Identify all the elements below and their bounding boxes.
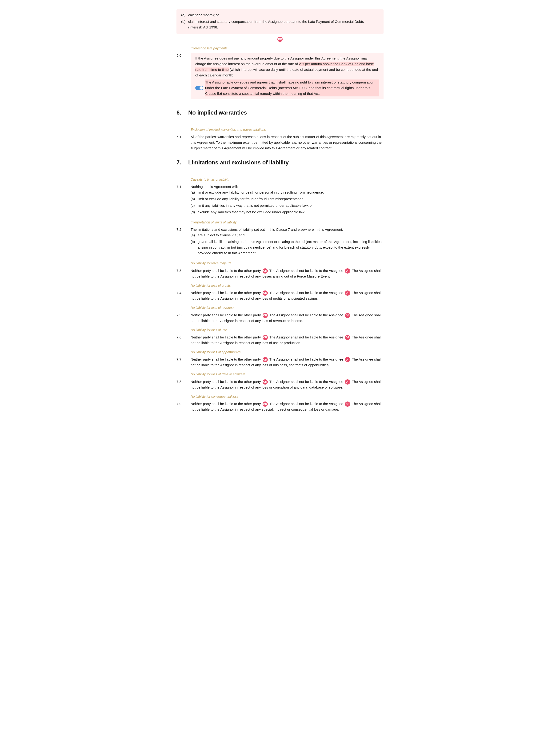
clause-56-toggle[interactable]: [195, 86, 203, 90]
clause-79-text-mid: The Assignor shall not be liable to the …: [269, 402, 343, 406]
clause-76-text-start: Neither party shall be liable to the oth…: [190, 335, 261, 339]
clause-56-highlight: If the Assignee does not pay any amount …: [190, 53, 384, 99]
clause-72-num: 7.2: [176, 227, 186, 233]
or-badge-78-2: OR: [345, 380, 350, 385]
subsection-74-label: No liability for loss of profits: [190, 283, 384, 288]
clause-74-text-mid: The Assignor shall not be liable to the …: [269, 291, 343, 295]
clause-56-content: If the Assignee does not pay any amount …: [190, 53, 384, 101]
clause-71-intro: Nothing in this Agreement will:: [190, 184, 384, 189]
or-badge: OR: [277, 37, 283, 42]
subsection-61-label: Exclusion of implied warranties and repr…: [190, 127, 384, 132]
clause-61-num: 6.1: [176, 134, 186, 140]
or-badge-76-1: OR: [263, 335, 268, 340]
section-6-title: No implied warranties: [188, 108, 247, 117]
clause-75-content: Neither party shall be liable to the oth…: [190, 312, 384, 324]
clause-73-text-mid: The Assignor shall not be liable to the …: [269, 269, 343, 273]
clause-56: 5.6 If the Assignee does not pay any amo…: [176, 53, 384, 101]
clause-56-num: 5.6: [176, 53, 186, 58]
clause-79-content: Neither party shall be liable to the oth…: [190, 401, 384, 412]
clause-74-content: Neither party shall be liable to the oth…: [190, 290, 384, 301]
or-badge-79-2: OR: [345, 402, 350, 407]
clause-79-num: 7.9: [176, 401, 186, 407]
or-badge-75-2: OR: [345, 313, 350, 318]
subsection-77-label: No liability for loss of opportunities: [190, 349, 384, 355]
clause-78-text-start: Neither party shall be liable to the oth…: [190, 380, 261, 384]
item-a: (a) calendar month); or: [181, 12, 379, 18]
clause-77-num: 7.7: [176, 356, 186, 362]
subsection-79-label: No liability for consequential loss: [190, 394, 384, 399]
item-a-label: (a): [181, 12, 186, 18]
clause-72-a-text: are subject to Clause 7.1; and: [198, 233, 245, 238]
section-7-heading: 7. Limitations and exclusions of liabili…: [176, 158, 384, 167]
item-b-label: (b): [181, 19, 186, 30]
item-a-text: calendar month); or: [188, 12, 219, 18]
or-badge-73-2: OR: [345, 268, 350, 274]
clause-79: 7.9 Neither party shall be liable to the…: [176, 401, 384, 412]
subsection-78-label: No liability for loss of data or softwar…: [190, 372, 384, 377]
clause-77-content: Neither party shall be liable to the oth…: [190, 356, 384, 368]
clause-76: 7.6 Neither party shall be liable to the…: [176, 334, 384, 346]
or-badge-78-1: OR: [263, 380, 268, 385]
clause-72-b-label: (b): [190, 239, 196, 256]
clause-71-c-text: limit any liabilities in any way that is…: [198, 203, 313, 208]
or-badge-77-1: OR: [263, 357, 268, 362]
clause-79-text-start: Neither party shall be liable to the oth…: [190, 402, 261, 406]
clause-78-text-mid: The Assignor shall not be liable to the …: [269, 380, 343, 384]
section-7-number: 7.: [176, 158, 183, 167]
clause-72: 7.2 The limitations and exclusions of li…: [176, 227, 384, 257]
subsection-73-label: No liability for force majeure: [190, 261, 384, 266]
subsection-72-label: Interpretation of limits of liability: [190, 220, 384, 225]
or-divider: OR: [176, 36, 384, 42]
clause-71-b: (b) limit or exclude any liability for f…: [190, 196, 384, 202]
or-badge-76-2: OR: [345, 335, 350, 340]
clause-72-a: (a) are subject to Clause 7.1; and: [190, 233, 384, 238]
clause-72-intro: The limitations and exclusions of liabil…: [190, 227, 384, 233]
clause-71-d-label: (d): [190, 209, 196, 215]
or-badge-73-1: OR: [263, 268, 268, 274]
clause-74: 7.4 Neither party shall be liable to the…: [176, 290, 384, 301]
clause-73-content: Neither party shall be liable to the oth…: [190, 268, 384, 279]
or-badge-77-2: OR: [345, 357, 350, 362]
clause-71-a-label: (a): [190, 189, 196, 195]
clause-71-num: 7.1: [176, 184, 186, 189]
section-6-number: 6.: [176, 108, 183, 117]
clause-75-text-mid: The Assignor shall not be liable to the …: [269, 313, 343, 317]
clause-73: 7.3 Neither party shall be liable to the…: [176, 268, 384, 279]
clause-71-a-text: limit or exclude any liability for death…: [198, 189, 324, 195]
clause-76-text-mid: The Assignor shall not be liable to the …: [269, 335, 343, 339]
section-6-heading: 6. No implied warranties: [176, 108, 384, 117]
or-badge-75-1: OR: [263, 313, 268, 318]
clause-71-c-label: (c): [190, 203, 196, 208]
clause-56-toggle-text: The Assignor acknowledges and agrees tha…: [205, 80, 379, 97]
clause-61-content: All of the parties' warranties and repre…: [190, 134, 384, 151]
clause-75: 7.5 Neither party shall be liable to the…: [176, 312, 384, 324]
toggle-knob: [199, 86, 203, 90]
subsection-75-label: No liability for loss of revenue: [190, 305, 384, 310]
clause-72-b: (b) govern all liabilities arising under…: [190, 239, 384, 256]
clause-56-toggle-row: The Assignor acknowledges and agrees tha…: [195, 80, 379, 97]
clause-71-a: (a) limit or exclude any liability for d…: [190, 189, 384, 195]
clause-77: 7.7 Neither party shall be liable to the…: [176, 356, 384, 368]
clause-61: 6.1 All of the parties' warranties and r…: [176, 134, 384, 151]
or-badge-74-2: OR: [345, 290, 350, 296]
subsection-71-label: Caveats to limits of liability: [190, 177, 384, 182]
clause-71-b-text: limit or exclude any liability for fraud…: [198, 196, 304, 202]
clause-77-text-mid: The Assignor shall not be liable to the …: [269, 357, 343, 361]
clause-77-text-start: Neither party shall be liable to the oth…: [190, 357, 261, 361]
clause-72-a-label: (a): [190, 233, 196, 238]
clause-76-num: 7.6: [176, 334, 186, 340]
clause-78-content: Neither party shall be liable to the oth…: [190, 379, 384, 390]
clause-71-c: (c) limit any liabilities in any way tha…: [190, 203, 384, 208]
clause-71-content: Nothing in this Agreement will: (a) limi…: [190, 184, 384, 216]
item-b: (b) claim interest and statutory compens…: [181, 19, 379, 30]
clause-72-content: The limitations and exclusions of liabil…: [190, 227, 384, 257]
section-7-title: Limitations and exclusions of liability: [188, 158, 289, 167]
item-b-text: claim interest and statutory compensatio…: [188, 19, 379, 30]
or-badge-79-1: OR: [263, 402, 268, 407]
subsection-76-label: No liability for loss of use: [190, 327, 384, 332]
clause-71: 7.1 Nothing in this Agreement will: (a) …: [176, 184, 384, 216]
clause-78-num: 7.8: [176, 379, 186, 385]
clause-74-text-start: Neither party shall be liable to the oth…: [190, 291, 261, 295]
clause-71-d: (d) exclude any liabilities that may not…: [190, 209, 384, 215]
clause-75-num: 7.5: [176, 312, 186, 318]
